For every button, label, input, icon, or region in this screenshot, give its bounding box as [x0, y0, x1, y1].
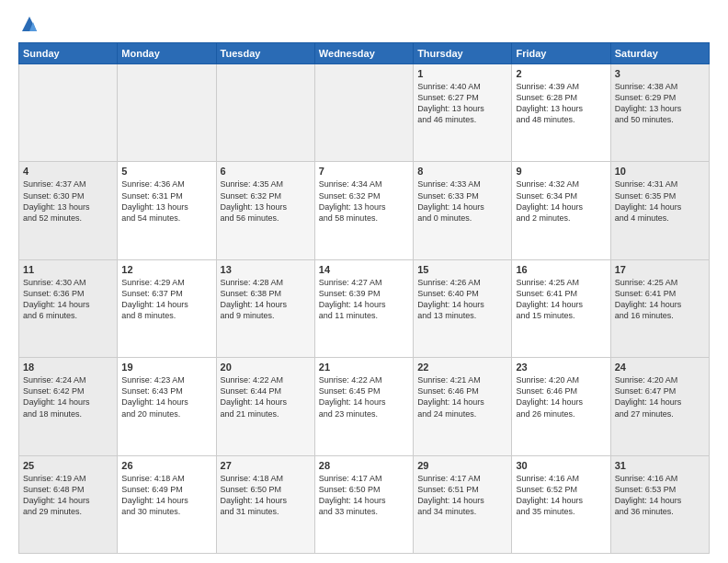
day-cell: 8Sunrise: 4:33 AM Sunset: 6:33 PM Daylig…: [414, 162, 512, 259]
day-cell: 30Sunrise: 4:16 AM Sunset: 6:52 PM Dayli…: [512, 455, 610, 553]
day-cell: 7Sunrise: 4:34 AM Sunset: 6:32 PM Daylig…: [314, 162, 413, 259]
day-info: Sunrise: 4:27 AM Sunset: 6:39 PM Dayligh…: [319, 277, 409, 322]
week-row-1: 4Sunrise: 4:37 AM Sunset: 6:30 PM Daylig…: [19, 162, 710, 259]
day-info: Sunrise: 4:31 AM Sunset: 6:35 PM Dayligh…: [615, 178, 705, 224]
day-cell: 18Sunrise: 4:24 AM Sunset: 6:42 PM Dayli…: [19, 358, 118, 455]
day-info: Sunrise: 4:34 AM Sunset: 6:32 PM Dayligh…: [319, 178, 409, 224]
col-header-tuesday: Tuesday: [216, 43, 314, 64]
header: [18, 15, 710, 33]
day-number: 16: [516, 264, 606, 275]
day-number: 21: [319, 362, 409, 373]
day-cell: 20Sunrise: 4:22 AM Sunset: 6:44 PM Dayli…: [216, 358, 314, 455]
day-info: Sunrise: 4:30 AM Sunset: 6:36 PM Dayligh…: [23, 277, 113, 322]
day-info: Sunrise: 4:16 AM Sunset: 6:53 PM Dayligh…: [615, 473, 705, 518]
day-number: 27: [221, 460, 311, 471]
day-cell: 31Sunrise: 4:16 AM Sunset: 6:53 PM Dayli…: [610, 455, 709, 553]
day-info: Sunrise: 4:35 AM Sunset: 6:32 PM Dayligh…: [221, 178, 311, 224]
day-number: 28: [319, 460, 409, 471]
day-cell: 13Sunrise: 4:28 AM Sunset: 6:38 PM Dayli…: [216, 259, 314, 357]
day-cell: 14Sunrise: 4:27 AM Sunset: 6:39 PM Dayli…: [314, 259, 413, 357]
day-number: 26: [121, 460, 211, 471]
day-cell: 25Sunrise: 4:19 AM Sunset: 6:48 PM Dayli…: [19, 455, 118, 553]
calendar-body: 1Sunrise: 4:40 AM Sunset: 6:27 PM Daylig…: [19, 64, 710, 554]
day-info: Sunrise: 4:24 AM Sunset: 6:42 PM Dayligh…: [23, 374, 113, 419]
days-row: SundayMondayTuesdayWednesdayThursdayFrid…: [19, 43, 710, 64]
day-info: Sunrise: 4:28 AM Sunset: 6:38 PM Dayligh…: [221, 277, 311, 322]
day-cell: 1Sunrise: 4:40 AM Sunset: 6:27 PM Daylig…: [414, 64, 512, 162]
day-info: Sunrise: 4:40 AM Sunset: 6:27 PM Dayligh…: [417, 81, 507, 126]
day-cell: 22Sunrise: 4:21 AM Sunset: 6:46 PM Dayli…: [414, 358, 512, 455]
day-number: 18: [23, 362, 113, 373]
week-row-4: 25Sunrise: 4:19 AM Sunset: 6:48 PM Dayli…: [19, 455, 710, 553]
day-number: 2: [516, 68, 606, 79]
day-cell: 10Sunrise: 4:31 AM Sunset: 6:35 PM Dayli…: [610, 162, 709, 259]
calendar-header: SundayMondayTuesdayWednesdayThursdayFrid…: [19, 43, 710, 64]
day-cell: 26Sunrise: 4:18 AM Sunset: 6:49 PM Dayli…: [118, 455, 216, 553]
col-header-saturday: Saturday: [610, 43, 709, 64]
col-header-thursday: Thursday: [414, 43, 512, 64]
day-info: Sunrise: 4:32 AM Sunset: 6:34 PM Dayligh…: [516, 178, 606, 224]
day-number: 24: [615, 362, 705, 373]
day-cell: 3Sunrise: 4:38 AM Sunset: 6:29 PM Daylig…: [610, 64, 709, 162]
day-number: 12: [121, 264, 211, 275]
day-info: Sunrise: 4:18 AM Sunset: 6:49 PM Dayligh…: [121, 473, 211, 518]
day-number: 30: [516, 460, 606, 471]
day-number: 15: [417, 264, 507, 275]
day-info: Sunrise: 4:21 AM Sunset: 6:46 PM Dayligh…: [417, 374, 507, 419]
day-number: 1: [417, 68, 507, 79]
day-cell: [314, 64, 413, 162]
day-cell: 5Sunrise: 4:36 AM Sunset: 6:31 PM Daylig…: [118, 162, 216, 259]
day-info: Sunrise: 4:25 AM Sunset: 6:41 PM Dayligh…: [516, 277, 606, 322]
day-info: Sunrise: 4:25 AM Sunset: 6:41 PM Dayligh…: [615, 277, 705, 322]
day-number: 25: [23, 460, 113, 471]
day-cell: [216, 64, 314, 162]
day-info: Sunrise: 4:33 AM Sunset: 6:33 PM Dayligh…: [417, 178, 507, 224]
day-cell: 2Sunrise: 4:39 AM Sunset: 6:28 PM Daylig…: [512, 64, 610, 162]
day-cell: 9Sunrise: 4:32 AM Sunset: 6:34 PM Daylig…: [512, 162, 610, 259]
day-number: 20: [221, 362, 311, 373]
day-cell: 21Sunrise: 4:22 AM Sunset: 6:45 PM Dayli…: [314, 358, 413, 455]
day-cell: 17Sunrise: 4:25 AM Sunset: 6:41 PM Dayli…: [610, 259, 709, 357]
day-cell: 11Sunrise: 4:30 AM Sunset: 6:36 PM Dayli…: [19, 259, 118, 357]
day-info: Sunrise: 4:26 AM Sunset: 6:40 PM Dayligh…: [417, 277, 507, 322]
day-number: 31: [615, 460, 705, 471]
day-info: Sunrise: 4:20 AM Sunset: 6:47 PM Dayligh…: [615, 374, 705, 419]
logo: [18, 15, 39, 33]
day-info: Sunrise: 4:17 AM Sunset: 6:50 PM Dayligh…: [319, 473, 409, 518]
day-info: Sunrise: 4:17 AM Sunset: 6:51 PM Dayligh…: [417, 473, 507, 518]
col-header-monday: Monday: [118, 43, 216, 64]
day-cell: 19Sunrise: 4:23 AM Sunset: 6:43 PM Dayli…: [118, 358, 216, 455]
day-number: 17: [615, 264, 705, 275]
page: SundayMondayTuesdayWednesdayThursdayFrid…: [0, 0, 728, 563]
day-cell: 27Sunrise: 4:18 AM Sunset: 6:50 PM Dayli…: [216, 455, 314, 553]
day-info: Sunrise: 4:39 AM Sunset: 6:28 PM Dayligh…: [516, 81, 606, 126]
day-info: Sunrise: 4:29 AM Sunset: 6:37 PM Dayligh…: [121, 277, 211, 322]
day-info: Sunrise: 4:18 AM Sunset: 6:50 PM Dayligh…: [221, 473, 311, 518]
day-info: Sunrise: 4:23 AM Sunset: 6:43 PM Dayligh…: [121, 374, 211, 419]
day-number: 22: [417, 362, 507, 373]
day-number: 5: [121, 166, 211, 177]
day-cell: 4Sunrise: 4:37 AM Sunset: 6:30 PM Daylig…: [19, 162, 118, 259]
col-header-friday: Friday: [512, 43, 610, 64]
day-number: 3: [615, 68, 705, 79]
logo-icon: [20, 15, 39, 33]
day-number: 13: [221, 264, 311, 275]
day-info: Sunrise: 4:36 AM Sunset: 6:31 PM Dayligh…: [121, 178, 211, 224]
day-info: Sunrise: 4:38 AM Sunset: 6:29 PM Dayligh…: [615, 81, 705, 126]
day-info: Sunrise: 4:22 AM Sunset: 6:44 PM Dayligh…: [221, 374, 311, 419]
day-cell: 24Sunrise: 4:20 AM Sunset: 6:47 PM Dayli…: [610, 358, 709, 455]
day-number: 9: [516, 166, 606, 177]
col-header-wednesday: Wednesday: [314, 43, 413, 64]
day-cell: [118, 64, 216, 162]
day-cell: 6Sunrise: 4:35 AM Sunset: 6:32 PM Daylig…: [216, 162, 314, 259]
day-cell: [19, 64, 118, 162]
calendar: SundayMondayTuesdayWednesdayThursdayFrid…: [18, 42, 710, 554]
day-info: Sunrise: 4:22 AM Sunset: 6:45 PM Dayligh…: [319, 374, 409, 419]
day-number: 8: [417, 166, 507, 177]
day-cell: 23Sunrise: 4:20 AM Sunset: 6:46 PM Dayli…: [512, 358, 610, 455]
day-cell: 29Sunrise: 4:17 AM Sunset: 6:51 PM Dayli…: [414, 455, 512, 553]
day-info: Sunrise: 4:37 AM Sunset: 6:30 PM Dayligh…: [23, 178, 113, 224]
day-number: 29: [417, 460, 507, 471]
day-number: 14: [319, 264, 409, 275]
day-cell: 12Sunrise: 4:29 AM Sunset: 6:37 PM Dayli…: [118, 259, 216, 357]
